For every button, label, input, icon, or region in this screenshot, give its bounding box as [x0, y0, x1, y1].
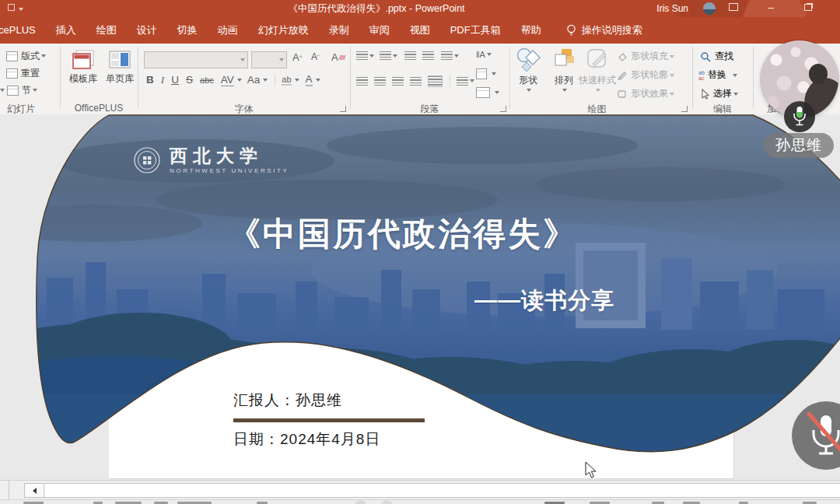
- group-separator: [753, 47, 754, 109]
- bold-button[interactable]: B: [146, 74, 154, 86]
- muted-microphone-icon: [792, 401, 840, 470]
- bullets-icon[interactable]: [356, 51, 368, 60]
- template-library-label: 模板库: [69, 72, 97, 86]
- thumbnail-panel-corner: [0, 481, 9, 499]
- shape-effects-button[interactable]: 形状效果: [617, 87, 674, 100]
- select-button[interactable]: 选择: [700, 87, 738, 100]
- tab-draw[interactable]: 绘图: [86, 17, 127, 44]
- mic-active-button[interactable]: [784, 101, 815, 132]
- ribbon-display-options-icon[interactable]: [720, 0, 747, 17]
- microphone-icon: [784, 101, 815, 132]
- chevron-down-icon: [470, 79, 474, 82]
- tab-view[interactable]: 视图: [400, 17, 440, 44]
- scrollbar-track[interactable]: [44, 483, 840, 498]
- character-spacing-button[interactable]: AV: [221, 74, 234, 86]
- underline-button[interactable]: U: [171, 74, 179, 86]
- italic-button[interactable]: I: [161, 74, 165, 86]
- justify-icon[interactable]: [410, 77, 422, 86]
- font-size-combobox[interactable]: [251, 51, 287, 68]
- slide-info-block[interactable]: 汇报人：孙思维 日期：2024年4月8日: [233, 390, 425, 450]
- chevron-down-icon: [41, 54, 46, 58]
- increase-indent-icon[interactable]: [422, 51, 434, 60]
- font-color-button[interactable]: A: [306, 73, 313, 86]
- tab-pdf-toolbox[interactable]: PDF工具箱: [440, 17, 511, 44]
- tell-me-search[interactable]: 操作说明搜索: [565, 23, 642, 37]
- tab-record[interactable]: 录制: [319, 17, 359, 44]
- section-button[interactable]: 节: [0, 83, 37, 97]
- shape-outline-icon: [617, 71, 628, 80]
- shapes-button[interactable]: 形状: [509, 47, 547, 92]
- tab-review[interactable]: 审阅: [359, 17, 400, 44]
- text-direction-button[interactable]: ‖A: [476, 50, 492, 59]
- scroll-left-button[interactable]: [24, 483, 44, 498]
- highlight-color-button[interactable]: ab: [282, 75, 291, 86]
- account-name[interactable]: Iris Sun: [656, 0, 688, 17]
- status-bar: [0, 499, 840, 504]
- replace-button[interactable]: abac 替换: [698, 68, 737, 82]
- align-right-icon[interactable]: [392, 77, 404, 86]
- align-left-icon[interactable]: [356, 77, 368, 86]
- text-shadow-button[interactable]: abc: [200, 75, 214, 85]
- page-library-button[interactable]: 单页库: [102, 50, 138, 86]
- layout-button[interactable]: 版式: [6, 49, 46, 63]
- page-library-label: 单页库: [106, 72, 134, 86]
- university-seal-icon: [132, 145, 162, 175]
- section-icon: [7, 86, 19, 96]
- tab-design[interactable]: 设计: [127, 17, 167, 44]
- quick-styles-icon: [585, 47, 610, 72]
- chevron-down-icon: [492, 72, 496, 75]
- grow-font-button[interactable]: A^: [292, 51, 302, 63]
- mic-muted-button[interactable]: [792, 401, 840, 470]
- template-library-button[interactable]: 模板库: [65, 50, 101, 86]
- paragraph-dialog-launcher[interactable]: [500, 106, 506, 112]
- page-library-icon: [108, 50, 131, 70]
- university-logo[interactable]: 西北大学 NORTHWEST UNIVERSITY: [132, 145, 289, 175]
- search-icon: [700, 51, 712, 62]
- line-spacing-icon[interactable]: [441, 51, 453, 60]
- tab-help[interactable]: 帮助: [511, 17, 551, 44]
- shape-fill-button[interactable]: 形状填充: [617, 50, 674, 63]
- chevron-down-icon: [596, 89, 600, 92]
- tab-transitions[interactable]: 切换: [167, 17, 208, 44]
- change-case-button[interactable]: Aa: [247, 74, 261, 86]
- tab-insert[interactable]: 插入: [46, 17, 86, 44]
- tab-animations[interactable]: 动画: [208, 17, 248, 44]
- replace-label: 替换: [708, 68, 726, 82]
- account-avatar[interactable]: [703, 2, 716, 15]
- align-text-button[interactable]: [476, 68, 496, 79]
- restore-button[interactable]: [795, 0, 821, 17]
- distribute-icon[interactable]: [428, 75, 443, 87]
- participant-name-tag: 孙思维: [764, 133, 834, 158]
- font-dialog-launcher[interactable]: [340, 106, 346, 112]
- convert-smartart-button[interactable]: [476, 87, 499, 98]
- brown-divider: [233, 418, 425, 422]
- slide-editing-area: 西北大学 NORTHWEST UNIVERSITY 《中国历代政治得失》 ——读…: [0, 114, 840, 480]
- chevron-down-icon: [237, 79, 242, 82]
- minimize-button[interactable]: [758, 0, 784, 17]
- numbering-icon[interactable]: [380, 51, 391, 60]
- slide-subtitle[interactable]: ——读书分享: [436, 285, 653, 317]
- arrange-label: 排列: [555, 74, 573, 87]
- reset-icon: [6, 68, 18, 79]
- ribbon-tab-strip: cePLUS 插入 绘图 设计 切换 动画 幻灯片放映 录制 审阅 视图 PDF…: [0, 17, 840, 44]
- shape-outline-button[interactable]: 形状轮廓: [617, 68, 674, 82]
- find-button[interactable]: 查找: [700, 50, 733, 63]
- slide-title[interactable]: 《中国历代政治得失》: [138, 212, 667, 256]
- shape-fill-label: 形状填充: [631, 50, 668, 63]
- tab-officeplus[interactable]: cePLUS: [0, 17, 46, 44]
- tab-slideshow[interactable]: 幻灯片放映: [248, 17, 319, 44]
- quick-styles-button[interactable]: 快速样式: [577, 47, 618, 92]
- group-separator: [692, 47, 693, 109]
- columns-icon[interactable]: [457, 77, 468, 86]
- clear-formatting-button[interactable]: A: [331, 51, 345, 63]
- decrease-indent-icon[interactable]: [404, 51, 416, 60]
- reset-button[interactable]: 重置: [6, 66, 40, 80]
- arrange-button[interactable]: 排列: [547, 47, 581, 92]
- horizontal-scrollbar[interactable]: [0, 480, 840, 499]
- font-name-combobox[interactable]: [144, 51, 248, 68]
- drawing-dialog-launcher[interactable]: [681, 106, 688, 112]
- strikethrough-button[interactable]: S: [186, 74, 193, 86]
- chevron-down-icon: [670, 93, 674, 96]
- shrink-font-button[interactable]: Aˇ: [311, 51, 320, 62]
- align-center-icon[interactable]: [374, 77, 386, 86]
